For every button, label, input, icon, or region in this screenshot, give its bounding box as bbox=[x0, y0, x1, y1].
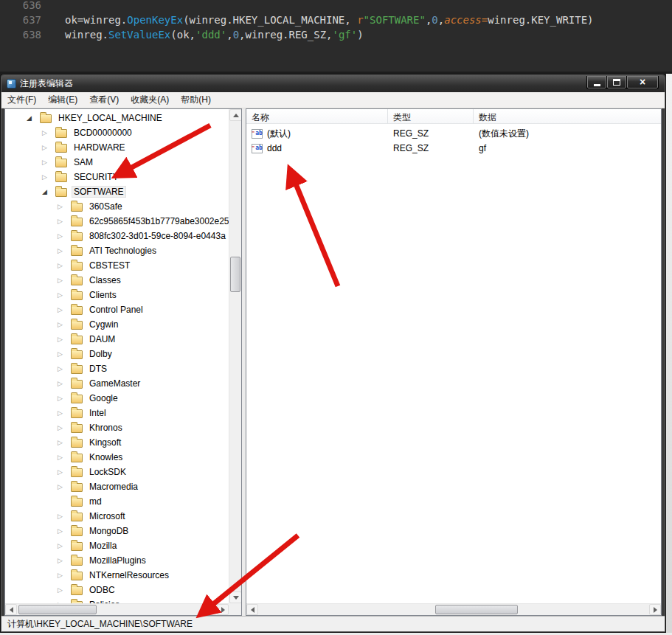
tree-label[interactable]: Cygwin bbox=[87, 319, 120, 330]
menu-item[interactable]: 文件(F) bbox=[1, 91, 42, 108]
tree-row[interactable]: ▷ ATI Technologies bbox=[5, 243, 229, 258]
tree-label[interactable]: 62c95865f453b1b7779abe3002e25 bbox=[87, 215, 229, 227]
tree-row[interactable]: md bbox=[5, 494, 229, 509]
tree-label[interactable]: Knowles bbox=[87, 451, 125, 463]
menu-item[interactable]: 帮助(H) bbox=[175, 91, 217, 108]
tree-pane[interactable]: ◢ HKEY_LOCAL_MACHINE ▷ BCD00000000 ▷ HAR… bbox=[4, 108, 242, 616]
tree-row[interactable]: ▷ 62c95865f453b1b7779abe3002e25 bbox=[5, 214, 229, 229]
tree-row[interactable]: ▷ Macromedia bbox=[5, 479, 229, 494]
tree-row[interactable]: ▷ 808fc302-3d01-59ce-8094-e0443a bbox=[5, 229, 229, 243]
column-header-data[interactable]: 数据 bbox=[474, 109, 661, 124]
tree-row[interactable]: ▷ Dolby bbox=[5, 347, 229, 361]
list-horizontal-scrollbar[interactable] bbox=[246, 603, 661, 615]
horizontal-scroll-thumb[interactable] bbox=[435, 605, 518, 614]
tree-row[interactable]: ▷ ODBC bbox=[5, 583, 229, 597]
tree-label[interactable]: SAM bbox=[72, 156, 95, 168]
title-bar[interactable]: 注册表编辑器 × bbox=[1, 75, 665, 92]
tree-label[interactable]: Control Panel bbox=[87, 304, 145, 316]
tree-row[interactable]: ▷ 360Safe bbox=[5, 199, 229, 214]
tree-row[interactable]: ▷ NTKernelResources bbox=[5, 568, 229, 583]
tree-expand-arrow[interactable]: ▷ bbox=[42, 144, 54, 151]
tree-row[interactable]: ◢ HKEY_LOCAL_MACHINE bbox=[5, 111, 229, 125]
tree-expand-arrow[interactable]: ▷ bbox=[58, 218, 69, 225]
tree-label[interactable]: DAUM bbox=[87, 333, 117, 345]
tree-label[interactable]: 360Safe bbox=[87, 201, 125, 212]
tree-label[interactable]: md bbox=[87, 496, 104, 507]
tree-expand-arrow[interactable]: ◢ bbox=[27, 114, 38, 122]
tree-label[interactable]: SECURITY bbox=[72, 171, 121, 183]
horizontal-scroll-thumb[interactable] bbox=[18, 605, 97, 614]
column-header-type[interactable]: 类型 bbox=[388, 109, 474, 124]
menu-item[interactable]: 收藏夹(A) bbox=[125, 91, 175, 108]
tree-row[interactable]: ▷ Cygwin bbox=[5, 317, 229, 332]
tree-expand-arrow[interactable]: ▷ bbox=[58, 291, 69, 299]
tree-row[interactable]: ▷ Knowles bbox=[5, 450, 229, 465]
tree-row[interactable]: ▷ Classes bbox=[5, 273, 229, 288]
list-row[interactable]: ab (默认) REG_SZ (数值未设置) bbox=[246, 126, 661, 141]
tree-expand-arrow[interactable]: ▷ bbox=[58, 439, 69, 446]
tree-label[interactable]: SOFTWARE bbox=[72, 186, 126, 198]
tree-label[interactable]: Classes bbox=[87, 274, 123, 286]
tree-expand-arrow[interactable]: ▷ bbox=[58, 572, 69, 579]
menu-item[interactable]: 查看(V) bbox=[83, 91, 125, 108]
tree-row[interactable]: ▷ SAM bbox=[5, 155, 229, 170]
vertical-scroll-thumb[interactable] bbox=[230, 257, 240, 292]
tree-label[interactable]: Mozilla bbox=[87, 540, 119, 552]
tree-row[interactable]: ▷ Control Panel bbox=[5, 302, 229, 317]
tree-label[interactable]: HARDWARE bbox=[72, 142, 128, 153]
tree-label[interactable]: Khronos bbox=[87, 422, 125, 434]
tree-label[interactable]: Intel bbox=[87, 407, 108, 419]
tree-label[interactable]: HKEY_LOCAL_MACHINE bbox=[56, 112, 164, 124]
tree-label[interactable]: CBSTEST bbox=[87, 260, 132, 271]
tree-expand-arrow[interactable]: ▷ bbox=[58, 336, 69, 343]
tree-expand-arrow[interactable]: ▷ bbox=[58, 483, 69, 490]
tree-label[interactable]: 808fc302-3d01-59ce-8094-e0443a bbox=[87, 230, 228, 242]
minimize-button[interactable] bbox=[586, 76, 607, 89]
tree-row[interactable]: ▷ BCD00000000 bbox=[5, 125, 229, 140]
tree-expand-arrow[interactable]: ▷ bbox=[58, 513, 69, 520]
tree-expand-arrow[interactable]: ▷ bbox=[58, 395, 69, 402]
tree-label[interactable]: Google bbox=[87, 392, 120, 404]
tree-label[interactable]: LockSDK bbox=[87, 466, 128, 478]
tree-expand-arrow[interactable]: ▷ bbox=[42, 173, 54, 181]
tree-row[interactable]: ▷ DAUM bbox=[5, 332, 229, 347]
tree-expand-arrow[interactable]: ▷ bbox=[58, 203, 69, 210]
tree-expand-arrow[interactable]: ▷ bbox=[58, 424, 69, 431]
tree-expand-arrow[interactable]: ▷ bbox=[58, 409, 69, 417]
column-header-name[interactable]: 名称 bbox=[246, 109, 388, 124]
tree-label[interactable]: Clients bbox=[87, 289, 119, 301]
tree-row[interactable]: ▷ HARDWARE bbox=[5, 140, 229, 155]
tree-row[interactable]: ▷ DTS bbox=[5, 361, 229, 376]
tree-expand-arrow[interactable]: ▷ bbox=[42, 129, 54, 136]
maximize-button[interactable] bbox=[606, 76, 627, 89]
tree-expand-arrow[interactable]: ▷ bbox=[58, 247, 69, 254]
code-editor[interactable]: 636 637 ok=winreg.OpenKeyEx(winreg.HKEY_… bbox=[0, 0, 672, 72]
tree-row[interactable]: ▷ CBSTEST bbox=[5, 258, 229, 273]
tree-expand-arrow[interactable]: ▷ bbox=[58, 306, 69, 313]
tree-label[interactable]: DTS bbox=[87, 363, 109, 375]
code-line-text[interactable]: ok=winreg.OpenKeyEx(winreg.HKEY_LOCAL_MA… bbox=[53, 13, 594, 27]
tree-label[interactable]: BCD00000000 bbox=[72, 127, 134, 139]
scroll-right-button[interactable] bbox=[217, 604, 229, 615]
tree-label[interactable]: GameMaster bbox=[87, 378, 142, 389]
tree-expand-arrow[interactable]: ▷ bbox=[58, 380, 69, 387]
scroll-left-button[interactable] bbox=[246, 604, 258, 615]
tree-label[interactable]: Dolby bbox=[87, 348, 114, 360]
tree-expand-arrow[interactable]: ▷ bbox=[58, 277, 69, 284]
tree-expand-arrow[interactable]: ◢ bbox=[42, 188, 54, 195]
tree-label[interactable]: ATI Technologies bbox=[87, 245, 159, 257]
tree-row[interactable]: ▷ MozillaPlugins bbox=[5, 553, 229, 568]
tree-row[interactable]: ▷ Mozilla bbox=[5, 538, 229, 553]
tree-row[interactable]: ◢ SOFTWARE bbox=[5, 184, 229, 199]
tree-row[interactable]: ▷ Microsoft bbox=[5, 509, 229, 524]
tree-row[interactable]: ▷ MongoDB bbox=[5, 524, 229, 538]
tree-row[interactable]: ▷ GameMaster bbox=[5, 376, 229, 391]
tree-label[interactable]: NTKernelResources bbox=[87, 569, 171, 581]
tree-expand-arrow[interactable]: ▷ bbox=[58, 557, 69, 564]
tree-expand-arrow[interactable]: ▷ bbox=[58, 527, 69, 535]
tree-expand-arrow[interactable]: ▷ bbox=[58, 262, 69, 269]
scroll-right-button[interactable] bbox=[649, 604, 661, 615]
tree-label[interactable]: Kingsoft bbox=[87, 437, 123, 448]
tree-expand-arrow[interactable]: ▷ bbox=[58, 454, 69, 461]
scroll-down-button[interactable] bbox=[229, 591, 242, 603]
